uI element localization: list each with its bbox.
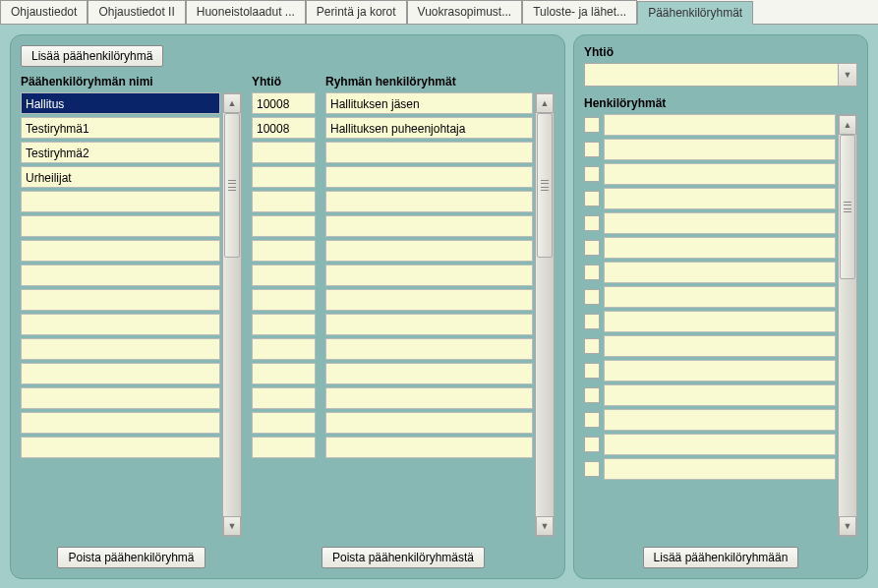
person-group-checkbox[interactable] [584,412,600,428]
tab-0[interactable]: Ohjaustiedot [0,0,88,24]
company-cell[interactable] [252,240,316,262]
name-row[interactable] [21,363,220,384]
person-group-cell[interactable] [604,188,836,209]
person-group-cell[interactable] [604,114,836,136]
tab-6[interactable]: Päähenkilöryhmät [637,1,753,25]
group-cell[interactable] [325,215,533,237]
person-group-cell[interactable] [604,311,836,332]
name-row[interactable] [21,240,220,262]
scroll-up-icon[interactable]: ▲ [536,93,554,113]
group-cell[interactable] [325,240,533,262]
group-cell[interactable] [325,142,533,163]
company-cell[interactable] [252,387,316,409]
person-group-cell[interactable] [604,434,836,455]
name-row[interactable]: Testiryhmä1 [21,117,220,139]
scroll-up-icon[interactable]: ▲ [223,93,241,113]
person-group-cell[interactable] [604,139,836,160]
scroll-up-icon[interactable]: ▲ [839,115,856,135]
person-group-checkbox[interactable] [584,387,600,403]
company-cell[interactable]: 10008 [252,117,316,139]
company-cell[interactable] [252,314,316,335]
dropdown-icon[interactable]: ▼ [838,64,856,86]
name-row[interactable] [21,215,220,237]
name-row[interactable] [21,338,220,360]
person-group-cell[interactable] [604,237,836,259]
person-group-cell[interactable] [604,335,836,357]
person-group-checkbox[interactable] [584,314,600,329]
person-group-checkbox[interactable] [584,191,600,206]
add-main-group-button[interactable]: Lisää päähenkilöryhmä [21,45,163,67]
person-group-checkbox[interactable] [584,117,600,133]
name-row[interactable]: Urheilijat [21,166,220,188]
tab-2[interactable]: Huoneistolaadut ... [186,0,306,24]
group-cell[interactable]: Hallituksen puheenjohtaja [325,117,533,139]
name-row[interactable] [21,437,220,458]
company-cell[interactable] [252,412,316,434]
person-group-checkbox[interactable] [584,215,600,231]
person-group-checkbox[interactable] [584,166,600,182]
add-to-main-group-button[interactable]: Lisää päähenkilöryhmään [643,547,799,568]
tab-5[interactable]: Tuloste- ja lähet... [522,0,637,24]
name-row[interactable] [21,387,220,409]
name-row[interactable]: Hallitus [21,92,220,114]
name-row[interactable]: Testiryhmä2 [21,142,220,163]
tab-3[interactable]: Perintä ja korot [306,0,407,24]
scroll-down-icon[interactable]: ▼ [536,516,554,536]
scroll-thumb[interactable] [224,113,240,258]
person-group-cell[interactable] [604,286,836,308]
group-cell[interactable]: Hallituksen jäsen [325,92,533,114]
company-cell[interactable] [252,437,316,458]
names-scrollbar[interactable]: ▲ ▼ [222,92,242,537]
scroll-down-icon[interactable]: ▼ [839,516,856,536]
group-cell[interactable] [325,166,533,188]
details-scrollbar[interactable]: ▲ ▼ [535,92,555,537]
company-cell[interactable] [252,191,316,212]
company-cell[interactable] [252,265,316,286]
person-group-cell[interactable] [604,262,836,283]
person-group-cell[interactable] [604,384,836,406]
group-cell[interactable] [325,191,533,212]
person-group-cell[interactable] [604,212,836,234]
group-cell[interactable] [325,387,533,409]
name-row[interactable] [21,191,220,212]
group-cell[interactable] [325,314,533,335]
name-row[interactable] [21,412,220,434]
person-group-cell[interactable] [604,360,836,382]
company-select[interactable]: ▼ [584,63,857,87]
name-row[interactable] [21,265,220,286]
scroll-down-icon[interactable]: ▼ [223,516,241,536]
person-group-checkbox[interactable] [584,142,600,157]
company-cell[interactable] [252,166,316,188]
tab-4[interactable]: Vuokrasopimust... [407,0,523,24]
person-group-checkbox[interactable] [584,240,600,256]
company-cell[interactable] [252,142,316,163]
person-groups-scrollbar[interactable]: ▲ ▼ [838,114,857,537]
name-row[interactable] [21,289,220,311]
group-cell[interactable] [325,363,533,384]
company-cell[interactable] [252,338,316,360]
scroll-thumb[interactable] [537,113,553,258]
person-group-cell[interactable] [604,458,836,480]
person-group-cell[interactable] [604,409,836,431]
person-group-checkbox[interactable] [584,289,600,305]
company-cell[interactable]: 10008 [252,92,316,114]
company-cell[interactable] [252,289,316,311]
group-cell[interactable] [325,338,533,360]
person-group-checkbox[interactable] [584,461,600,477]
person-group-cell[interactable] [604,163,836,185]
remove-main-group-button[interactable]: Poista päähenkilöryhmä [57,547,205,568]
scroll-thumb[interactable] [840,135,855,279]
person-group-checkbox[interactable] [584,265,600,280]
group-cell[interactable] [325,289,533,311]
group-cell[interactable] [325,437,533,458]
group-cell[interactable] [325,265,533,286]
company-cell[interactable] [252,215,316,237]
tab-1[interactable]: Ohjaustiedot II [88,0,185,24]
group-cell[interactable] [325,412,533,434]
company-cell[interactable] [252,363,316,384]
person-group-checkbox[interactable] [584,363,600,379]
name-row[interactable] [21,314,220,335]
person-group-checkbox[interactable] [584,338,600,354]
remove-from-main-group-button[interactable]: Poista päähenkilöryhmästä [322,547,485,568]
person-group-checkbox[interactable] [584,437,600,452]
